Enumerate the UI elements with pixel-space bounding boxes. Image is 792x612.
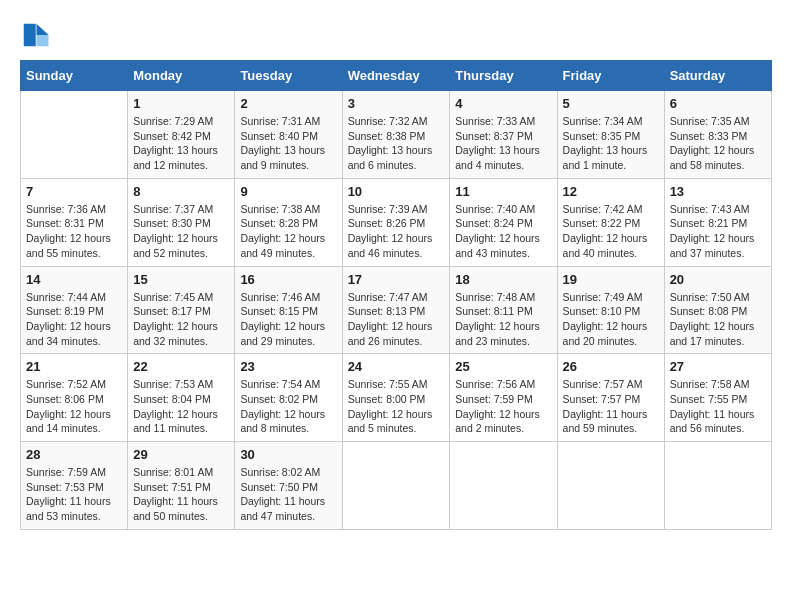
- day-number: 20: [670, 272, 766, 287]
- day-info: Sunrise: 7:43 AMSunset: 8:21 PMDaylight:…: [670, 202, 766, 261]
- day-cell: 4Sunrise: 7:33 AMSunset: 8:37 PMDaylight…: [450, 91, 557, 179]
- day-number: 21: [26, 359, 122, 374]
- day-cell: 21Sunrise: 7:52 AMSunset: 8:06 PMDayligh…: [21, 354, 128, 442]
- day-cell: 15Sunrise: 7:45 AMSunset: 8:17 PMDayligh…: [128, 266, 235, 354]
- day-number: 28: [26, 447, 122, 462]
- day-number: 7: [26, 184, 122, 199]
- logo: [20, 20, 52, 50]
- column-header-wednesday: Wednesday: [342, 61, 450, 91]
- day-number: 27: [670, 359, 766, 374]
- calendar-body: 1Sunrise: 7:29 AMSunset: 8:42 PMDaylight…: [21, 91, 772, 530]
- day-info: Sunrise: 7:49 AMSunset: 8:10 PMDaylight:…: [563, 290, 659, 349]
- week-row-3: 14Sunrise: 7:44 AMSunset: 8:19 PMDayligh…: [21, 266, 772, 354]
- day-cell: 14Sunrise: 7:44 AMSunset: 8:19 PMDayligh…: [21, 266, 128, 354]
- day-cell: 25Sunrise: 7:56 AMSunset: 7:59 PMDayligh…: [450, 354, 557, 442]
- day-cell: 1Sunrise: 7:29 AMSunset: 8:42 PMDaylight…: [128, 91, 235, 179]
- svg-marker-0: [37, 24, 49, 35]
- day-cell: 30Sunrise: 8:02 AMSunset: 7:50 PMDayligh…: [235, 442, 342, 530]
- day-cell: 27Sunrise: 7:58 AMSunset: 7:55 PMDayligh…: [664, 354, 771, 442]
- day-info: Sunrise: 7:42 AMSunset: 8:22 PMDaylight:…: [563, 202, 659, 261]
- day-info: Sunrise: 7:32 AMSunset: 8:38 PMDaylight:…: [348, 114, 445, 173]
- column-header-saturday: Saturday: [664, 61, 771, 91]
- header-row: SundayMondayTuesdayWednesdayThursdayFrid…: [21, 61, 772, 91]
- day-cell: 26Sunrise: 7:57 AMSunset: 7:57 PMDayligh…: [557, 354, 664, 442]
- day-info: Sunrise: 7:40 AMSunset: 8:24 PMDaylight:…: [455, 202, 551, 261]
- column-header-sunday: Sunday: [21, 61, 128, 91]
- day-cell: [450, 442, 557, 530]
- day-number: 24: [348, 359, 445, 374]
- day-info: Sunrise: 7:58 AMSunset: 7:55 PMDaylight:…: [670, 377, 766, 436]
- day-number: 14: [26, 272, 122, 287]
- day-number: 30: [240, 447, 336, 462]
- day-cell: 22Sunrise: 7:53 AMSunset: 8:04 PMDayligh…: [128, 354, 235, 442]
- day-info: Sunrise: 7:55 AMSunset: 8:00 PMDaylight:…: [348, 377, 445, 436]
- week-row-2: 7Sunrise: 7:36 AMSunset: 8:31 PMDaylight…: [21, 178, 772, 266]
- day-info: Sunrise: 7:56 AMSunset: 7:59 PMDaylight:…: [455, 377, 551, 436]
- day-info: Sunrise: 7:52 AMSunset: 8:06 PMDaylight:…: [26, 377, 122, 436]
- logo-icon: [20, 20, 50, 50]
- svg-rect-2: [24, 24, 36, 47]
- day-cell: 13Sunrise: 7:43 AMSunset: 8:21 PMDayligh…: [664, 178, 771, 266]
- day-info: Sunrise: 7:39 AMSunset: 8:26 PMDaylight:…: [348, 202, 445, 261]
- day-info: Sunrise: 7:47 AMSunset: 8:13 PMDaylight:…: [348, 290, 445, 349]
- day-number: 6: [670, 96, 766, 111]
- day-info: Sunrise: 7:37 AMSunset: 8:30 PMDaylight:…: [133, 202, 229, 261]
- column-header-tuesday: Tuesday: [235, 61, 342, 91]
- week-row-4: 21Sunrise: 7:52 AMSunset: 8:06 PMDayligh…: [21, 354, 772, 442]
- column-header-thursday: Thursday: [450, 61, 557, 91]
- day-cell: 12Sunrise: 7:42 AMSunset: 8:22 PMDayligh…: [557, 178, 664, 266]
- day-number: 29: [133, 447, 229, 462]
- column-header-friday: Friday: [557, 61, 664, 91]
- day-cell: 28Sunrise: 7:59 AMSunset: 7:53 PMDayligh…: [21, 442, 128, 530]
- day-info: Sunrise: 7:34 AMSunset: 8:35 PMDaylight:…: [563, 114, 659, 173]
- day-info: Sunrise: 7:36 AMSunset: 8:31 PMDaylight:…: [26, 202, 122, 261]
- day-info: Sunrise: 7:31 AMSunset: 8:40 PMDaylight:…: [240, 114, 336, 173]
- day-cell: 29Sunrise: 8:01 AMSunset: 7:51 PMDayligh…: [128, 442, 235, 530]
- column-header-monday: Monday: [128, 61, 235, 91]
- page-header: [20, 20, 772, 50]
- day-cell: [21, 91, 128, 179]
- day-cell: [342, 442, 450, 530]
- day-number: 16: [240, 272, 336, 287]
- day-cell: 19Sunrise: 7:49 AMSunset: 8:10 PMDayligh…: [557, 266, 664, 354]
- day-info: Sunrise: 7:33 AMSunset: 8:37 PMDaylight:…: [455, 114, 551, 173]
- day-info: Sunrise: 7:44 AMSunset: 8:19 PMDaylight:…: [26, 290, 122, 349]
- day-number: 2: [240, 96, 336, 111]
- day-info: Sunrise: 7:35 AMSunset: 8:33 PMDaylight:…: [670, 114, 766, 173]
- day-number: 18: [455, 272, 551, 287]
- day-cell: 6Sunrise: 7:35 AMSunset: 8:33 PMDaylight…: [664, 91, 771, 179]
- day-number: 4: [455, 96, 551, 111]
- day-info: Sunrise: 7:54 AMSunset: 8:02 PMDaylight:…: [240, 377, 336, 436]
- day-info: Sunrise: 7:46 AMSunset: 8:15 PMDaylight:…: [240, 290, 336, 349]
- day-cell: 18Sunrise: 7:48 AMSunset: 8:11 PMDayligh…: [450, 266, 557, 354]
- day-info: Sunrise: 7:38 AMSunset: 8:28 PMDaylight:…: [240, 202, 336, 261]
- day-info: Sunrise: 7:45 AMSunset: 8:17 PMDaylight:…: [133, 290, 229, 349]
- day-cell: 17Sunrise: 7:47 AMSunset: 8:13 PMDayligh…: [342, 266, 450, 354]
- week-row-1: 1Sunrise: 7:29 AMSunset: 8:42 PMDaylight…: [21, 91, 772, 179]
- day-info: Sunrise: 8:01 AMSunset: 7:51 PMDaylight:…: [133, 465, 229, 524]
- day-info: Sunrise: 7:53 AMSunset: 8:04 PMDaylight:…: [133, 377, 229, 436]
- day-number: 15: [133, 272, 229, 287]
- day-number: 17: [348, 272, 445, 287]
- day-number: 5: [563, 96, 659, 111]
- day-number: 11: [455, 184, 551, 199]
- day-number: 12: [563, 184, 659, 199]
- day-cell: 11Sunrise: 7:40 AMSunset: 8:24 PMDayligh…: [450, 178, 557, 266]
- day-info: Sunrise: 7:57 AMSunset: 7:57 PMDaylight:…: [563, 377, 659, 436]
- day-cell: 3Sunrise: 7:32 AMSunset: 8:38 PMDaylight…: [342, 91, 450, 179]
- day-cell: 5Sunrise: 7:34 AMSunset: 8:35 PMDaylight…: [557, 91, 664, 179]
- calendar-table: SundayMondayTuesdayWednesdayThursdayFrid…: [20, 60, 772, 530]
- day-cell: 2Sunrise: 7:31 AMSunset: 8:40 PMDaylight…: [235, 91, 342, 179]
- day-cell: 8Sunrise: 7:37 AMSunset: 8:30 PMDaylight…: [128, 178, 235, 266]
- day-number: 13: [670, 184, 766, 199]
- svg-marker-1: [37, 35, 49, 46]
- day-cell: [664, 442, 771, 530]
- day-info: Sunrise: 7:50 AMSunset: 8:08 PMDaylight:…: [670, 290, 766, 349]
- day-number: 22: [133, 359, 229, 374]
- day-cell: 23Sunrise: 7:54 AMSunset: 8:02 PMDayligh…: [235, 354, 342, 442]
- week-row-5: 28Sunrise: 7:59 AMSunset: 7:53 PMDayligh…: [21, 442, 772, 530]
- day-number: 1: [133, 96, 229, 111]
- day-cell: [557, 442, 664, 530]
- day-number: 25: [455, 359, 551, 374]
- day-number: 23: [240, 359, 336, 374]
